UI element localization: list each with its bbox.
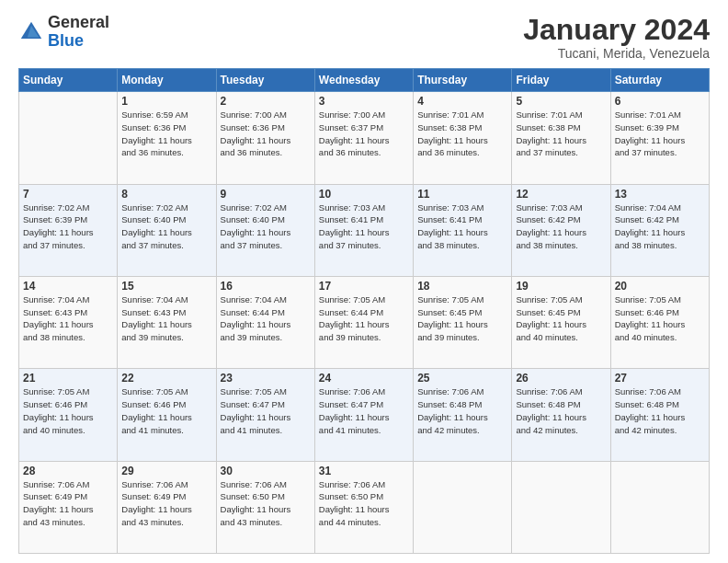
day-info: Sunrise: 7:01 AM Sunset: 6:38 PM Dayligh…	[516, 109, 606, 159]
location: Tucani, Merida, Venezuela	[523, 46, 710, 61]
logo-icon	[18, 19, 44, 45]
day-number: 18	[417, 280, 507, 293]
calendar-cell: 20Sunrise: 7:05 AM Sunset: 6:46 PM Dayli…	[610, 276, 709, 368]
day-info: Sunrise: 7:03 AM Sunset: 6:41 PM Dayligh…	[319, 201, 409, 252]
header: General Blue January 2024 Tucani, Merida…	[18, 14, 710, 61]
day-number: 22	[121, 372, 211, 385]
calendar-cell: 1Sunrise: 6:59 AM Sunset: 6:36 PM Daylig…	[118, 92, 216, 184]
day-info: Sunrise: 7:01 AM Sunset: 6:38 PM Dayligh…	[417, 109, 507, 159]
day-number: 28	[23, 465, 113, 477]
day-number: 26	[516, 372, 606, 385]
calendar-cell: 18Sunrise: 7:05 AM Sunset: 6:45 PM Dayli…	[414, 276, 512, 368]
day-number: 11	[417, 188, 507, 201]
calendar-cell: 22Sunrise: 7:05 AM Sunset: 6:46 PM Dayli…	[118, 369, 216, 461]
calendar-cell: 4Sunrise: 7:01 AM Sunset: 6:38 PM Daylig…	[414, 92, 512, 184]
day-info: Sunrise: 7:05 AM Sunset: 6:46 PM Dayligh…	[615, 293, 705, 344]
day-info: Sunrise: 7:01 AM Sunset: 6:39 PM Dayligh…	[615, 109, 705, 159]
header-row: Sunday Monday Tuesday Wednesday Thursday…	[19, 69, 710, 92]
calendar-cell: 5Sunrise: 7:01 AM Sunset: 6:38 PM Daylig…	[512, 92, 610, 184]
day-number: 7	[23, 188, 113, 201]
day-info: Sunrise: 7:04 AM Sunset: 6:43 PM Dayligh…	[23, 293, 113, 344]
logo-blue: Blue	[48, 31, 84, 50]
col-tuesday: Tuesday	[216, 69, 314, 92]
calendar-cell: 26Sunrise: 7:06 AM Sunset: 6:48 PM Dayli…	[512, 369, 610, 461]
day-number: 5	[516, 95, 606, 108]
day-number: 4	[417, 95, 507, 108]
day-number: 8	[121, 188, 211, 201]
day-info: Sunrise: 7:05 AM Sunset: 6:46 PM Dayligh…	[121, 385, 211, 436]
calendar-cell: 14Sunrise: 7:04 AM Sunset: 6:43 PM Dayli…	[19, 276, 118, 368]
day-number: 16	[221, 280, 311, 293]
page: General Blue January 2024 Tucani, Merida…	[0, 0, 728, 563]
calendar-cell: 2Sunrise: 7:00 AM Sunset: 6:36 PM Daylig…	[216, 92, 314, 184]
day-info: Sunrise: 7:05 AM Sunset: 6:46 PM Dayligh…	[23, 385, 113, 436]
day-number: 19	[516, 280, 606, 293]
week-row-4: 21Sunrise: 7:05 AM Sunset: 6:46 PM Dayli…	[19, 369, 710, 461]
day-info: Sunrise: 7:06 AM Sunset: 6:47 PM Dayligh…	[319, 385, 409, 436]
logo-text: General Blue	[48, 14, 109, 51]
day-number: 17	[319, 280, 409, 293]
calendar-cell: 10Sunrise: 7:03 AM Sunset: 6:41 PM Dayli…	[314, 184, 413, 276]
day-info: Sunrise: 7:04 AM Sunset: 6:43 PM Dayligh…	[121, 293, 211, 344]
calendar-cell: 23Sunrise: 7:05 AM Sunset: 6:47 PM Dayli…	[216, 369, 314, 461]
calendar-table: Sunday Monday Tuesday Wednesday Thursday…	[18, 68, 710, 554]
day-number: 14	[23, 280, 113, 293]
day-number: 23	[221, 372, 311, 385]
day-info: Sunrise: 7:02 AM Sunset: 6:40 PM Dayligh…	[221, 201, 311, 252]
col-wednesday: Wednesday	[314, 69, 413, 92]
calendar-cell: 6Sunrise: 7:01 AM Sunset: 6:39 PM Daylig…	[610, 92, 709, 184]
day-number: 27	[615, 372, 705, 385]
calendar-cell: 3Sunrise: 7:00 AM Sunset: 6:37 PM Daylig…	[314, 92, 413, 184]
calendar-cell	[414, 461, 512, 553]
day-info: Sunrise: 7:05 AM Sunset: 6:45 PM Dayligh…	[417, 293, 507, 344]
calendar-cell: 30Sunrise: 7:06 AM Sunset: 6:50 PM Dayli…	[216, 461, 314, 553]
col-monday: Monday	[118, 69, 216, 92]
day-info: Sunrise: 7:02 AM Sunset: 6:40 PM Dayligh…	[121, 201, 211, 252]
day-number: 30	[221, 465, 311, 477]
calendar-cell: 15Sunrise: 7:04 AM Sunset: 6:43 PM Dayli…	[118, 276, 216, 368]
week-row-5: 28Sunrise: 7:06 AM Sunset: 6:49 PM Dayli…	[19, 461, 710, 553]
day-number: 6	[615, 95, 705, 108]
day-info: Sunrise: 7:06 AM Sunset: 6:48 PM Dayligh…	[615, 385, 705, 436]
day-info: Sunrise: 7:06 AM Sunset: 6:50 PM Dayligh…	[319, 478, 409, 529]
day-number: 10	[319, 188, 409, 201]
calendar-cell	[19, 92, 118, 184]
calendar-cell: 11Sunrise: 7:03 AM Sunset: 6:41 PM Dayli…	[414, 184, 512, 276]
week-row-1: 1Sunrise: 6:59 AM Sunset: 6:36 PM Daylig…	[19, 92, 710, 184]
logo: General Blue	[18, 14, 109, 51]
week-row-2: 7Sunrise: 7:02 AM Sunset: 6:39 PM Daylig…	[19, 184, 710, 276]
day-number: 24	[319, 372, 409, 385]
day-info: Sunrise: 7:06 AM Sunset: 6:49 PM Dayligh…	[121, 478, 211, 529]
day-info: Sunrise: 7:05 AM Sunset: 6:44 PM Dayligh…	[319, 293, 409, 344]
calendar-cell: 13Sunrise: 7:04 AM Sunset: 6:42 PM Dayli…	[610, 184, 709, 276]
col-friday: Friday	[512, 69, 610, 92]
day-number: 21	[23, 372, 113, 385]
calendar-cell: 9Sunrise: 7:02 AM Sunset: 6:40 PM Daylig…	[216, 184, 314, 276]
calendar-cell: 25Sunrise: 7:06 AM Sunset: 6:48 PM Dayli…	[414, 369, 512, 461]
day-info: Sunrise: 7:03 AM Sunset: 6:42 PM Dayligh…	[516, 201, 606, 252]
calendar-cell: 19Sunrise: 7:05 AM Sunset: 6:45 PM Dayli…	[512, 276, 610, 368]
title-block: January 2024 Tucani, Merida, Venezuela	[523, 14, 710, 61]
col-sunday: Sunday	[19, 69, 118, 92]
day-info: Sunrise: 7:04 AM Sunset: 6:44 PM Dayligh…	[221, 293, 311, 344]
calendar-cell: 24Sunrise: 7:06 AM Sunset: 6:47 PM Dayli…	[314, 369, 413, 461]
day-number: 25	[417, 372, 507, 385]
calendar-cell: 8Sunrise: 7:02 AM Sunset: 6:40 PM Daylig…	[118, 184, 216, 276]
day-number: 9	[221, 188, 311, 201]
calendar-cell	[610, 461, 709, 553]
day-info: Sunrise: 7:03 AM Sunset: 6:41 PM Dayligh…	[417, 201, 507, 252]
month-title: January 2024	[523, 14, 710, 46]
calendar-cell: 31Sunrise: 7:06 AM Sunset: 6:50 PM Dayli…	[314, 461, 413, 553]
logo-general: General	[48, 13, 109, 31]
day-info: Sunrise: 7:00 AM Sunset: 6:36 PM Dayligh…	[221, 109, 311, 159]
calendar-cell	[512, 461, 610, 553]
col-thursday: Thursday	[414, 69, 512, 92]
calendar-cell: 27Sunrise: 7:06 AM Sunset: 6:48 PM Dayli…	[610, 369, 709, 461]
calendar-cell: 21Sunrise: 7:05 AM Sunset: 6:46 PM Dayli…	[19, 369, 118, 461]
day-info: Sunrise: 7:00 AM Sunset: 6:37 PM Dayligh…	[319, 109, 409, 159]
day-number: 3	[319, 95, 409, 108]
day-number: 12	[516, 188, 606, 201]
day-info: Sunrise: 6:59 AM Sunset: 6:36 PM Dayligh…	[121, 109, 211, 159]
day-info: Sunrise: 7:05 AM Sunset: 6:47 PM Dayligh…	[221, 385, 311, 436]
day-number: 13	[615, 188, 705, 201]
